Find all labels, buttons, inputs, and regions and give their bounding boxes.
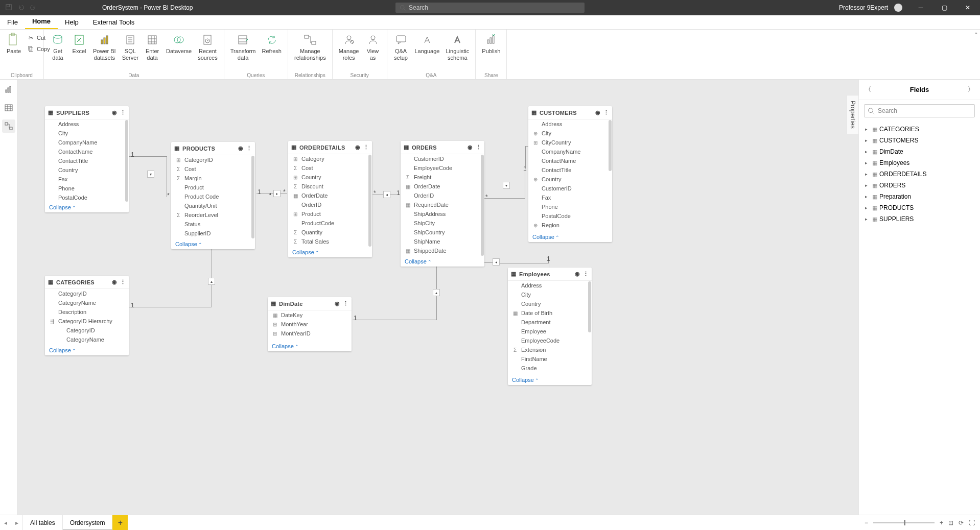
table-field[interactable]: ContactName	[528, 156, 612, 165]
refresh-button[interactable]: Refresh	[259, 31, 285, 56]
table-field[interactable]: ⊞CategoryID	[171, 155, 255, 164]
visibility-icon[interactable]: ◉	[335, 300, 340, 307]
table-field[interactable]: ▦OrderDate	[401, 182, 484, 191]
undo-icon[interactable]	[17, 4, 25, 12]
table-field[interactable]: ΣDiscount	[288, 182, 372, 191]
table-field[interactable]: ⊕Country	[528, 175, 612, 184]
avatar[interactable]	[894, 4, 902, 12]
visibility-icon[interactable]: ◉	[238, 145, 243, 152]
table-field[interactable]: ShipAddress	[401, 209, 484, 219]
fields-tree-item[interactable]: ▸▦ORDERDETAILS	[862, 168, 977, 180]
table-field[interactable]: Address	[528, 119, 612, 129]
collapse-ribbon-icon[interactable]: ⌃	[974, 32, 978, 37]
zoom-slider[interactable]	[873, 522, 935, 523]
table-field[interactable]: ΣReorderLevel	[171, 210, 255, 220]
table-field[interactable]: City	[508, 290, 592, 299]
fields-tree-item[interactable]: ▸▦PRODUCTS	[862, 202, 977, 213]
table-field[interactable]: Grade	[508, 364, 592, 373]
language-button[interactable]: Language	[412, 31, 443, 56]
scrollbar[interactable]	[481, 155, 484, 256]
close-button[interactable]: ✕	[958, 0, 978, 15]
table-field[interactable]: Description	[45, 307, 129, 317]
visibility-icon[interactable]: ◉	[112, 109, 117, 116]
table-field[interactable]: ⊞MonthYear	[268, 320, 352, 329]
table-field[interactable]: SupplierID	[171, 229, 255, 238]
fields-tree-item[interactable]: ▸▦Employees	[862, 157, 977, 168]
table-field[interactable]: Product	[171, 183, 255, 192]
table-customers[interactable]: ▦CUSTOMERS◉⋮ Address⊕City⊞CityCountryCom…	[528, 106, 612, 242]
table-suppliers[interactable]: ▦SUPPLIERS◉⋮ AddressCityCompanyNameConta…	[45, 106, 129, 212]
table-field[interactable]: Country	[508, 299, 592, 308]
collapse-link[interactable]: Collapse⌃	[292, 249, 319, 255]
redo-icon[interactable]	[30, 4, 37, 12]
table-field[interactable]: ΣFreight	[401, 173, 484, 182]
fields-tree-item[interactable]: ▸▦DimDate	[862, 146, 977, 157]
table-field[interactable]: ΣCost	[171, 164, 255, 174]
table-field[interactable]: Quantity/Unit	[171, 201, 255, 210]
user-name[interactable]: Professor 9Expert	[839, 4, 888, 11]
menu-external-tools[interactable]: External Tools	[86, 15, 142, 29]
more-icon[interactable]: ⋮	[583, 271, 589, 277]
rel-categories-products-h[interactable]	[129, 307, 212, 307]
menu-help[interactable]: Help	[58, 15, 86, 29]
view-as-button[interactable]: View as	[362, 31, 384, 62]
table-field[interactable]: CompanyName	[528, 147, 612, 156]
rel-dimdate-orders-h[interactable]	[353, 320, 437, 320]
visibility-icon[interactable]: ◉	[112, 279, 117, 285]
footer-tab-ordersystem[interactable]: Ordersystem	[63, 515, 113, 531]
table-field[interactable]: CategoryName	[45, 298, 129, 307]
table-field[interactable]: ShipName	[401, 237, 484, 246]
table-field[interactable]: EmployeeCode	[508, 336, 592, 345]
table-field[interactable]: Phone	[45, 184, 129, 193]
model-view-button[interactable]	[2, 119, 15, 133]
table-field[interactable]: ShipCity	[401, 219, 484, 228]
table-field[interactable]: ▦OrderDate	[288, 191, 372, 200]
collapse-link[interactable]: Collapse⌃	[512, 377, 539, 383]
table-field[interactable]: CategoryName	[45, 335, 129, 344]
pbi-datasets-button[interactable]: Power BI datasets	[90, 31, 119, 62]
more-icon[interactable]: ⋮	[120, 279, 126, 285]
tab-prev-button[interactable]: ◂	[0, 517, 11, 528]
collapse-link[interactable]: Collapse⌃	[272, 343, 299, 349]
table-field[interactable]: ΣMargin	[171, 174, 255, 183]
table-field[interactable]: CompanyName	[45, 138, 129, 147]
table-field[interactable]: ⊞Category	[288, 154, 372, 163]
dataverse-button[interactable]: Dataverse	[163, 31, 195, 56]
save-icon[interactable]	[5, 4, 12, 12]
qa-setup-button[interactable]: Q&A setup	[390, 31, 412, 62]
get-data-button[interactable]: Get data	[47, 31, 68, 62]
more-icon[interactable]: ⋮	[603, 109, 609, 116]
more-icon[interactable]: ⋮	[246, 145, 252, 152]
scrollbar[interactable]	[368, 155, 371, 247]
more-icon[interactable]: ⋮	[343, 300, 348, 307]
linguistic-schema-button[interactable]: Linguistic schema	[442, 31, 472, 62]
table-field[interactable]: Address	[508, 281, 592, 290]
more-icon[interactable]: ⋮	[120, 109, 126, 116]
scrollbar[interactable]	[125, 120, 128, 202]
table-field[interactable]: ShipCountry	[401, 228, 484, 237]
manage-relationships-button[interactable]: Manage relationships	[291, 31, 329, 62]
table-field[interactable]: ΣCost	[288, 163, 372, 173]
properties-tab[interactable]: Properties	[847, 95, 858, 134]
table-field[interactable]: CustomerID	[401, 154, 484, 163]
rel-categories-products-v[interactable]	[212, 243, 212, 307]
maximize-button[interactable]: ▢	[934, 0, 954, 15]
table-field[interactable]: CategoryID	[45, 326, 129, 335]
report-view-button[interactable]	[2, 83, 15, 96]
fields-tree-item[interactable]: ▸▦CUSTOMERS	[862, 135, 977, 146]
table-field[interactable]: OrderID	[401, 191, 484, 200]
table-field[interactable]: CategoryID	[45, 289, 129, 298]
footer-tab-alltables[interactable]: All tables	[22, 515, 63, 531]
fullscreen-icon[interactable]: ⛶	[969, 519, 975, 526]
scrollbar[interactable]	[251, 156, 254, 238]
table-field[interactable]: ContactName	[45, 147, 129, 156]
table-orders[interactable]: ▦ORDERS◉⋮ CustomerIDEmployeeCodeΣFreight…	[401, 141, 484, 267]
chevron-left-icon[interactable]: 〈	[865, 85, 871, 94]
visibility-icon[interactable]: ◉	[575, 271, 580, 277]
table-field[interactable]: Product Code	[171, 192, 255, 201]
menu-file[interactable]: File	[0, 15, 25, 29]
table-field[interactable]: Phone	[528, 202, 612, 211]
zoom-in-icon[interactable]: +	[940, 519, 943, 526]
enter-data-button[interactable]: Enter data	[142, 31, 163, 62]
table-field[interactable]: ▦RequiredDate	[401, 200, 484, 209]
